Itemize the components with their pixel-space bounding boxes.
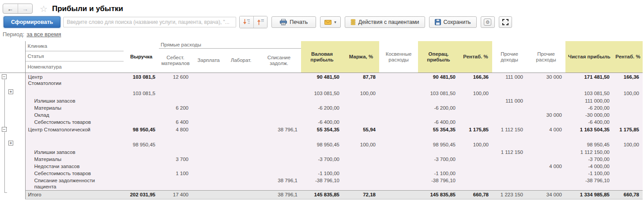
table-row[interactable]: Излишки запасов111 000111 000,00 <box>0 97 643 104</box>
collapse-row-button[interactable]: − <box>2 74 7 79</box>
cell-zarplata <box>192 138 225 149</box>
table-row[interactable]: Материалы3 700-3 700,00-3 700,00-3 700,0… <box>0 156 643 163</box>
col-header-kosv: Косвенные расходы <box>379 41 418 73</box>
collapse-groups-button[interactable] <box>253 16 267 28</box>
cell-marzha <box>343 156 379 163</box>
report-settings-button[interactable]: ⚙ <box>481 16 495 28</box>
cell-oper <box>418 163 459 170</box>
cell-chistaya: 171 481,50 <box>565 73 613 87</box>
save-button[interactable]: Сохранить <box>429 16 477 28</box>
cell-dohody <box>492 138 527 149</box>
generate-button[interactable]: Сформировать <box>4 16 60 28</box>
cell-chistaya: 1 112 150,00 <box>565 149 613 156</box>
grouping-buttons <box>239 16 267 28</box>
cell-sebest <box>159 149 192 156</box>
cell-rentab1 <box>459 104 492 111</box>
expand-row-button[interactable]: + <box>8 141 13 146</box>
period-row: Период:за все время <box>0 29 644 41</box>
cell-laborat <box>225 73 257 87</box>
cell-oper: 55 354,35 <box>418 126 459 138</box>
cell-valovaya: -6 200,00 <box>301 104 343 111</box>
search-input[interactable] <box>63 17 236 27</box>
envelope-icon <box>324 20 331 25</box>
cell-kosv <box>379 104 418 111</box>
cell-rentab1: 660,78 <box>459 191 492 199</box>
cell-chistaya: 1 334 985,85 <box>565 191 613 199</box>
cell-oper <box>418 149 459 156</box>
table-row[interactable]: +103 081,5103 081,50100,00103 081,50100,… <box>0 87 643 97</box>
cell-dohody <box>492 163 527 170</box>
cell-marzha: 55,94 <box>343 126 379 138</box>
cell-rentab1: 1 175,85 <box>459 126 492 138</box>
expand-groups-button[interactable] <box>240 16 253 28</box>
nav-buttons: ← → <box>3 4 33 14</box>
cell-chistaya: 1 163 504,35 <box>565 126 613 138</box>
cell-oper: 90 481,50 <box>418 73 459 87</box>
cell-laborat <box>225 138 257 149</box>
cell-oper <box>418 111 459 119</box>
cell-valovaya: -6 400,00 <box>301 119 343 126</box>
tree-line <box>4 80 5 87</box>
cell-rentab2: 166,36 <box>613 73 643 87</box>
cell-kosv <box>379 126 418 138</box>
cell-rentab1 <box>459 119 492 126</box>
table-row[interactable]: Материалы6 200-6 200,00-6 200,00-6 200,0… <box>0 104 643 111</box>
table-row[interactable]: Итого202 031,9517 40038 796,1145 835,857… <box>0 191 643 199</box>
cell-spisanie <box>257 104 301 111</box>
cell-chistaya: -4 000,00 <box>565 163 613 170</box>
coins-stack-icon <box>350 19 356 25</box>
cell-laborat <box>225 97 257 104</box>
cell-oper <box>418 97 459 104</box>
favorite-star-icon[interactable]: ☆ <box>40 4 48 14</box>
print-button[interactable]: Печать <box>271 16 316 28</box>
cell-vyruchka: 103 081,5 <box>124 87 159 97</box>
cell-marzha <box>343 97 379 104</box>
cell-rashody: 4 000 <box>527 126 565 138</box>
tree-gutter-cell <box>0 163 25 170</box>
cell-rashody <box>527 177 565 191</box>
period-value-link[interactable]: за все время <box>26 31 61 38</box>
tree-gutter-cell <box>0 170 25 177</box>
cell-dohody <box>492 111 527 119</box>
table-row[interactable]: Себестоимость товаров1 100-1 100,00-1 10… <box>0 170 643 177</box>
cell-spisanie <box>257 119 301 126</box>
cell-sebest <box>159 138 192 149</box>
table-row[interactable]: Оклад30 000-30 000,00 <box>0 111 643 119</box>
collapse-row-button[interactable]: − <box>2 127 7 132</box>
cell-rentab2 <box>613 111 643 119</box>
row-label: Недостачи запасов <box>25 163 124 170</box>
cell-sebest: 1 100 <box>159 170 192 177</box>
table-row[interactable]: −Центр Стоматологии103 081,512 60090 481… <box>0 73 643 87</box>
cell-marzha <box>343 170 379 177</box>
cell-vyruchka <box>124 104 159 111</box>
patient-actions-button[interactable]: Действия с пациентами <box>345 16 425 28</box>
cell-zarplata <box>192 177 225 191</box>
cell-laborat <box>225 119 257 126</box>
expand-row-button[interactable]: + <box>8 89 13 94</box>
cell-rentab2 <box>613 163 643 170</box>
cell-rentab2 <box>613 170 643 177</box>
cell-dohody <box>492 119 527 126</box>
back-button[interactable]: ← <box>3 4 18 13</box>
cell-rentab1 <box>459 156 492 163</box>
table-row[interactable]: Излишки запасов1 112 1501 112 150,00 <box>0 149 643 156</box>
forward-button[interactable]: → <box>18 4 32 13</box>
cell-rentab2: 660,78 <box>613 191 643 199</box>
table-row[interactable]: Списание задолженности пациента38 796,1-… <box>0 177 643 191</box>
cell-marzha: 87,78 <box>343 73 379 87</box>
caret-down-icon: ▾ <box>334 20 336 24</box>
table-row[interactable]: −Центр Стоматологической98 950,454 80038… <box>0 126 643 138</box>
fullscreen-button[interactable] <box>499 16 512 28</box>
cell-oper: 103 081,50 <box>418 87 459 97</box>
cell-zarplata <box>192 149 225 156</box>
table-row[interactable]: +98 950,4598 950,45100,0098 950,45100,00… <box>0 138 643 149</box>
tree-gutter-cell: − <box>0 126 25 138</box>
table-row[interactable]: Себестоимость товаров6 400-6 400,00-6 40… <box>0 119 643 126</box>
cell-zarplata <box>192 119 225 126</box>
cell-sebest: 6 400 <box>159 119 192 126</box>
mail-button[interactable]: ▾ <box>320 16 341 28</box>
cell-vyruchka <box>124 177 159 191</box>
table-row[interactable]: Недостачи запасов4 000-4 000,00 <box>0 163 643 170</box>
cell-sebest: 3 700 <box>159 156 192 163</box>
cell-oper: 98 950,45 <box>418 138 459 149</box>
